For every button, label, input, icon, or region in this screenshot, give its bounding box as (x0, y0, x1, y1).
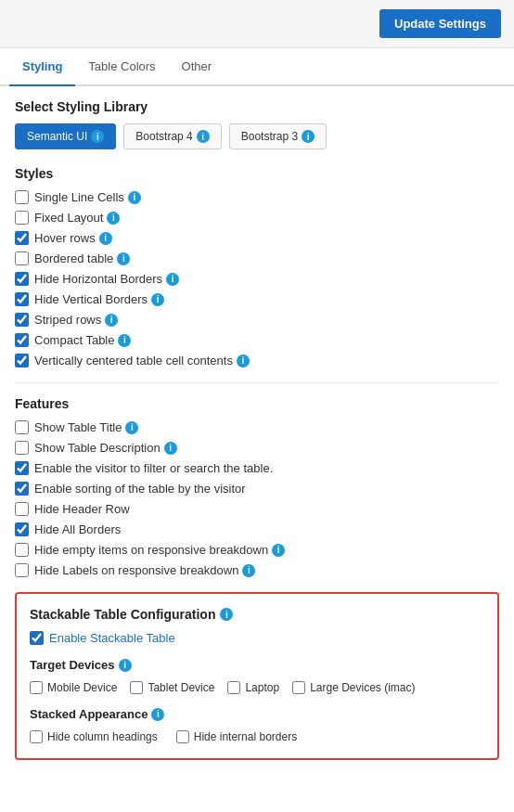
library-bootstrap4[interactable]: Bootstrap 4 i (123, 123, 221, 149)
styles-title: Styles (15, 166, 499, 181)
style-hide-vertical-borders-label: Hide Vertical Borders (34, 292, 148, 306)
bootstrap4-info-icon[interactable]: i (197, 130, 210, 143)
stacked-appearance-info-icon[interactable]: i (151, 708, 164, 721)
feature-show-table-title-label: Show Table Title (34, 420, 122, 434)
device-large-checkbox[interactable] (292, 681, 305, 694)
style-hide-vertical-borders-checkbox[interactable] (15, 292, 29, 306)
enable-stackable-row: Enable Stackable Table (30, 631, 484, 645)
feature-enable-sorting-checkbox[interactable] (15, 482, 29, 496)
target-devices-info-icon[interactable]: i (119, 659, 132, 672)
feature-enable-filter-checkbox[interactable] (15, 461, 29, 475)
style-compact-table: Compact Table i (15, 333, 499, 347)
feature-hide-header-row-checkbox[interactable] (15, 502, 29, 516)
divider-styles-features (15, 382, 499, 383)
enable-stackable-checkbox[interactable] (30, 631, 44, 645)
feature-hide-empty-items: Hide empty items on responsive breakdown… (15, 543, 499, 557)
feature-show-table-title: Show Table Title i (15, 420, 499, 434)
feature-hide-empty-items-checkbox[interactable] (15, 543, 29, 557)
style-hide-horizontal-borders-label: Hide Horizontal Borders (34, 272, 162, 286)
feature-hide-labels-checkbox[interactable] (15, 563, 29, 577)
feature-hide-all-borders-label: Hide All Borders (34, 522, 121, 536)
style-vertically-centered: Vertically centered table cell contents … (15, 354, 499, 367)
style-hide-horizontal-borders-checkbox[interactable] (15, 272, 29, 286)
device-laptop-checkbox[interactable] (227, 681, 240, 694)
style-compact-table-checkbox[interactable] (15, 333, 29, 347)
vertically-centered-info-icon[interactable]: i (237, 354, 250, 367)
appearance-row: Hide column headings Hide internal borde… (30, 730, 484, 743)
hide-labels-info-icon[interactable]: i (242, 564, 255, 577)
devices-row: Mobile Device Tablet Device Laptop Large… (30, 681, 484, 694)
device-large: Large Devices (imac) (292, 681, 415, 694)
hide-vertical-borders-info-icon[interactable]: i (151, 293, 164, 306)
hide-empty-items-info-icon[interactable]: i (272, 544, 285, 557)
appearance-hide-borders-checkbox[interactable] (176, 730, 189, 743)
style-hover-rows: Hover rows i (15, 231, 499, 245)
show-table-description-info-icon[interactable]: i (164, 442, 177, 455)
compact-table-info-icon[interactable]: i (118, 334, 131, 347)
style-bordered-table: Bordered table i (15, 251, 499, 265)
style-hover-rows-label: Hover rows (34, 231, 96, 245)
tabs-container: Styling Table Colors Other (0, 48, 514, 86)
bootstrap4-label: Bootstrap 4 (135, 130, 192, 143)
appearance-hide-headings-label: Hide column headings (47, 730, 158, 743)
single-line-cells-info-icon[interactable]: i (128, 191, 141, 204)
tab-other[interactable]: Other (169, 48, 225, 86)
fixed-layout-info-icon[interactable]: i (107, 212, 120, 225)
library-row: Semantic UI i Bootstrap 4 i Bootstrap 3 … (15, 123, 499, 149)
features-section: Features Show Table Title i Show Table D… (15, 396, 499, 577)
style-compact-table-label: Compact Table (34, 333, 114, 347)
device-large-label: Large Devices (imac) (310, 681, 415, 694)
striped-rows-info-icon[interactable]: i (105, 314, 118, 327)
feature-hide-all-borders-checkbox[interactable] (15, 522, 29, 536)
hover-rows-info-icon[interactable]: i (99, 232, 112, 245)
library-semantic-ui[interactable]: Semantic UI i (15, 123, 116, 149)
bootstrap3-info-icon[interactable]: i (302, 130, 315, 143)
style-bordered-table-checkbox[interactable] (15, 251, 29, 265)
tab-styling[interactable]: Styling (9, 48, 75, 86)
semantic-ui-info-icon[interactable]: i (91, 130, 104, 143)
device-laptop-label: Laptop (245, 681, 279, 694)
appearance-hide-headings: Hide column headings (30, 730, 158, 743)
features-title: Features (15, 396, 499, 411)
feature-show-table-description-checkbox[interactable] (15, 441, 29, 455)
stacked-appearance-title: Stacked Appearance i (30, 707, 484, 721)
style-single-line-cells-checkbox[interactable] (15, 190, 29, 204)
appearance-hide-headings-checkbox[interactable] (30, 730, 43, 743)
feature-enable-filter: Enable the visitor to filter or search t… (15, 461, 499, 475)
bootstrap3-label: Bootstrap 3 (241, 130, 298, 143)
semantic-ui-label: Semantic UI (27, 130, 87, 143)
style-vertically-centered-label: Vertically centered table cell contents (34, 354, 233, 367)
stackable-title: Stackable Table Configuration i (30, 607, 484, 622)
tab-table-colors[interactable]: Table Colors (75, 48, 168, 86)
feature-hide-header-row: Hide Header Row (15, 502, 499, 516)
enable-stackable-label[interactable]: Enable Stackable Table (49, 631, 175, 645)
feature-hide-labels: Hide Labels on responsive breakdown i (15, 563, 499, 577)
device-tablet-checkbox[interactable] (130, 681, 143, 694)
feature-enable-sorting: Enable sorting of the table by the visit… (15, 482, 499, 496)
device-mobile-checkbox[interactable] (30, 681, 43, 694)
style-striped-rows-label: Striped rows (34, 313, 101, 327)
stackable-configuration-box: Stackable Table Configuration i Enable S… (15, 592, 499, 760)
style-vertically-centered-checkbox[interactable] (15, 354, 29, 367)
bordered-table-info-icon[interactable]: i (117, 252, 130, 265)
feature-show-table-description: Show Table Description i (15, 441, 499, 455)
style-hover-rows-checkbox[interactable] (15, 231, 29, 245)
show-table-title-info-icon[interactable]: i (125, 421, 138, 434)
device-mobile: Mobile Device (30, 681, 117, 694)
update-settings-button[interactable]: Update Settings (379, 9, 501, 38)
hide-horizontal-borders-info-icon[interactable]: i (166, 273, 179, 286)
feature-show-table-description-label: Show Table Description (34, 441, 161, 455)
feature-hide-all-borders: Hide All Borders (15, 522, 499, 536)
style-fixed-layout-checkbox[interactable] (15, 211, 29, 225)
style-striped-rows-checkbox[interactable] (15, 313, 29, 327)
stackable-title-text: Stackable Table Configuration (30, 607, 215, 622)
feature-hide-empty-items-label: Hide empty items on responsive breakdown (34, 543, 268, 557)
style-fixed-layout-label: Fixed Layout (34, 211, 103, 225)
library-bootstrap3[interactable]: Bootstrap 3 i (229, 123, 327, 149)
style-bordered-table-label: Bordered table (34, 251, 113, 265)
stacked-appearance-title-text: Stacked Appearance (30, 707, 148, 721)
feature-hide-labels-label: Hide Labels on responsive breakdown (34, 563, 238, 577)
feature-show-table-title-checkbox[interactable] (15, 420, 29, 434)
stackable-info-icon[interactable]: i (220, 608, 233, 621)
appearance-hide-borders: Hide internal borders (176, 730, 297, 743)
